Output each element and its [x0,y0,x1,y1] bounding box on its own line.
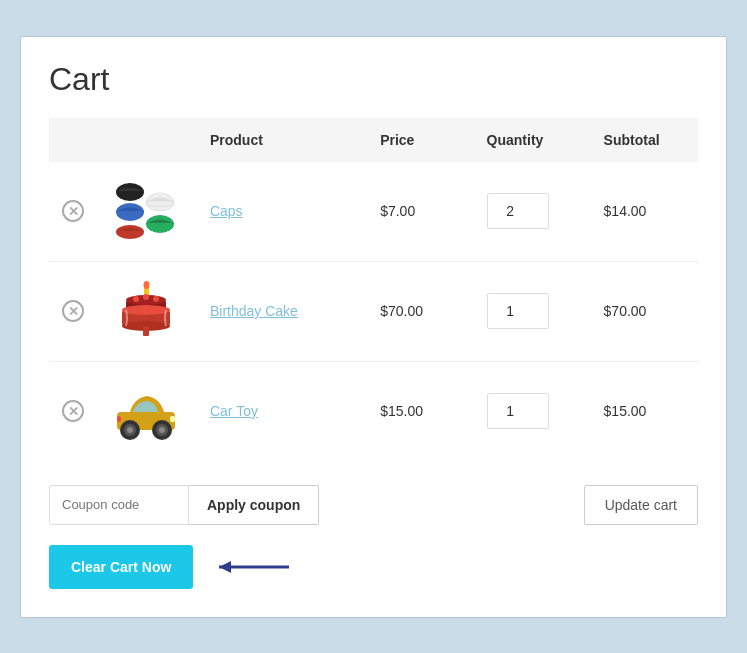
svg-point-11 [144,281,150,289]
svg-point-15 [133,296,139,302]
col-header-quantity: Quantity [475,118,592,162]
coupon-input[interactable] [49,485,189,525]
remove-cell: ✕ [49,261,100,361]
caps-qty-cell [475,162,592,262]
svg-rect-21 [143,326,149,336]
product-name-cell: Car Toy [198,361,368,461]
svg-rect-7 [147,201,173,206]
product-image-cell [100,361,198,461]
clear-cart-row: Clear Cart Now [49,545,698,589]
page-title: Cart [49,61,698,98]
svg-point-17 [153,296,159,302]
table-row: ✕ [49,261,698,361]
update-cart-button[interactable]: Update cart [584,485,698,525]
svg-point-25 [127,427,133,433]
remove-icon: ✕ [62,400,84,422]
product-name-cell: Caps [198,162,368,262]
cake-image [112,280,180,340]
car-image [112,380,180,440]
col-header-remove [49,118,100,162]
cake-quantity-input[interactable] [487,293,549,329]
remove-cell: ✕ [49,162,100,262]
remove-cake-button[interactable]: ✕ [61,299,85,323]
table-row: ✕ [49,162,698,262]
cart-table: Product Price Quantity Subtotal ✕ [49,118,698,461]
car-quantity-input[interactable] [487,393,549,429]
svg-point-16 [143,294,149,300]
cake-qty-cell [475,261,592,361]
svg-marker-32 [219,561,231,573]
car-subtotal: $15.00 [592,361,698,461]
arrow-icon [209,553,299,581]
cake-product-link[interactable]: Birthday Cake [210,303,298,319]
clear-cart-button[interactable]: Clear Cart Now [49,545,193,589]
car-qty-cell [475,361,592,461]
car-product-link[interactable]: Car Toy [210,403,258,419]
product-image-cell [100,162,198,262]
table-header-row: Product Price Quantity Subtotal [49,118,698,162]
product-name-cell: Birthday Cake [198,261,368,361]
col-header-product: Product [198,118,368,162]
caps-product-link[interactable]: Caps [210,203,243,219]
svg-rect-1 [117,191,143,196]
apply-coupon-button[interactable]: Apply coupon [189,485,319,525]
cake-price: $70.00 [368,261,474,361]
remove-cell: ✕ [49,361,100,461]
car-price: $15.00 [368,361,474,461]
product-image-cell [100,261,198,361]
svg-rect-9 [147,223,173,228]
col-header-image [100,118,198,162]
svg-rect-29 [170,416,175,422]
col-header-price: Price [368,118,474,162]
caps-quantity-input[interactable] [487,193,549,229]
coupon-area: Apply coupon [49,485,319,525]
cake-subtotal: $70.00 [592,261,698,361]
svg-rect-3 [117,211,143,216]
remove-icon: ✕ [62,200,84,222]
caps-price: $7.00 [368,162,474,262]
svg-point-19 [122,305,170,315]
col-header-subtotal: Subtotal [592,118,698,162]
cart-footer: Apply coupon Update cart [49,485,698,525]
table-row: ✕ [49,361,698,461]
svg-rect-30 [117,416,121,422]
caps-image [112,180,180,240]
remove-icon: ✕ [62,300,84,322]
remove-car-button[interactable]: ✕ [61,399,85,423]
caps-subtotal: $14.00 [592,162,698,262]
cart-container: Cart Product Price Quantity Subtotal ✕ [20,36,727,618]
remove-caps-button[interactable]: ✕ [61,199,85,223]
svg-rect-5 [117,231,143,235]
svg-point-28 [159,427,165,433]
